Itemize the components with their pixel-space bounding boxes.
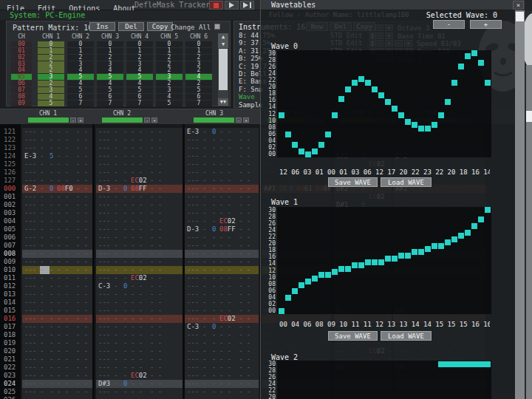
volume-minus-icon[interactable]: - [70, 117, 76, 123]
matrix-cell[interactable]: 7 [97, 100, 123, 106]
save-wave-button[interactable]: Save WAVE [328, 331, 378, 341]
matrix-cell[interactable]: 4 [97, 81, 123, 86]
matrix-cell[interactable]: 4 [97, 67, 123, 73]
pattern-cell[interactable]: ------ -- - [22, 372, 92, 380]
wave-point[interactable] [432, 243, 437, 249]
matrix-cell[interactable]: 6 [67, 94, 94, 100]
pattern-cell[interactable]: ------ -- - [96, 250, 183, 258]
scroll-up-icon[interactable]: ▲ [218, 33, 228, 41]
matrix-row[interactable]: 02222222 [7, 55, 218, 61]
pattern-cell[interactable]: -----EC02- - [96, 177, 183, 185]
scroll-down-icon[interactable]: ▼ [218, 41, 228, 48]
pattern-cell[interactable]: ------ -- - [22, 331, 92, 339]
pattern-cell[interactable]: ------ -- - [185, 144, 259, 152]
matrix-row[interactable]: 00000000 [7, 41, 218, 48]
wave-point[interactable] [299, 149, 304, 154]
wave-point-bar[interactable] [438, 361, 491, 367]
matrix-row[interactable]: 06244422 [7, 81, 218, 87]
pattern-cell[interactable]: ------ -- - [96, 233, 183, 242]
matrix-cell[interactable]: 2 [126, 55, 153, 61]
pattern-cell[interactable]: ------ -- - [185, 364, 259, 372]
pattern-cell[interactable]: ------ -- - [22, 323, 92, 331]
pattern-cell[interactable]: ------ -- - [96, 209, 183, 217]
pattern-cell[interactable]: ------ -- - [96, 152, 183, 160]
wave-point[interactable] [385, 99, 391, 105]
pattern-cell[interactable]: ------ -- - [185, 177, 259, 185]
matrix-cell[interactable]: 7 [67, 100, 94, 106]
stop-button[interactable] [209, 1, 223, 10]
pattern-cell[interactable]: ------ -- - [22, 250, 92, 258]
instrument-item[interactable]: F: Sna [239, 86, 263, 93]
matrix-cell[interactable]: 2 [185, 81, 212, 86]
pattern-cell[interactable]: ------ -- - [22, 355, 92, 364]
wave-point[interactable] [378, 259, 384, 265]
pattern-cell[interactable]: ------ -- - [22, 177, 92, 185]
pattern-cell[interactable]: D-3-008FF- - [96, 185, 183, 193]
wave-point[interactable] [325, 132, 331, 137]
pattern-cell[interactable]: ------ -- - [22, 201, 92, 209]
scroll-bottom-icon[interactable]: ▼▼ [218, 98, 228, 106]
wave-point[interactable] [318, 142, 324, 148]
pattern-cell[interactable]: ------ -- - [22, 128, 92, 136]
matrix-cell[interactable]: 1 [97, 48, 123, 54]
pattern-cell[interactable]: -----EC02- - [185, 315, 259, 323]
wave-point[interactable] [458, 233, 464, 239]
pattern-cell[interactable]: ------ -- - [96, 242, 183, 250]
pattern-cell[interactable]: D#3-0- -- - [96, 380, 183, 388]
pattern-cell[interactable]: C-3-0- -- - [185, 323, 259, 331]
matrix-cell[interactable]: 6 [97, 94, 123, 100]
wave-point[interactable] [352, 262, 358, 268]
matrix-cell[interactable]: 5 [126, 87, 153, 93]
matrix-row[interactable]: 05355534 [7, 74, 218, 81]
pattern-cell[interactable]: ------ -- - [22, 136, 92, 144]
pattern-cell[interactable]: ------ -- - [185, 193, 259, 201]
pattern-cell[interactable]: ------ -- - [96, 128, 183, 136]
wave-point[interactable] [418, 126, 424, 132]
matrix-cell[interactable]: 2 [38, 81, 64, 86]
wave-point[interactable] [292, 288, 298, 294]
pattern-cell[interactable]: ------ -- - [22, 193, 92, 201]
matrix-cell[interactable]: 3 [156, 87, 183, 93]
pattern-cell[interactable]: ------ -- - [22, 290, 92, 299]
pattern-cell[interactable]: G-2-008F0- - [22, 185, 92, 193]
matrix-cell[interactable]: 2 [67, 55, 94, 61]
matrix-cell[interactable]: 5 [67, 87, 94, 93]
matrix-cell[interactable]: 4 [67, 81, 94, 86]
matrix-cell[interactable]: 2 [156, 61, 183, 67]
matrix-cell[interactable]: 5 [67, 74, 94, 80]
wave-point[interactable] [285, 132, 291, 137]
wave-point[interactable] [485, 207, 491, 213]
pattern-cell[interactable]: ------ -- - [185, 396, 259, 399]
pattern-cell[interactable]: ------ -- - [96, 307, 183, 315]
matrix-cell[interactable]: 2 [185, 55, 212, 61]
matrix-cell[interactable]: 2 [97, 55, 123, 61]
pattern-cell[interactable]: ------ -- - [22, 160, 92, 168]
wave-point[interactable] [292, 142, 298, 148]
wave-point[interactable] [305, 279, 311, 284]
save-wave-button[interactable]: Save WAVE [328, 177, 378, 187]
matrix-cell[interactable]: 1 [126, 48, 153, 54]
matrix-cell[interactable]: 3 [38, 87, 64, 93]
wave-point[interactable] [425, 126, 431, 132]
wave-inc-button[interactable]: + [470, 20, 502, 29]
pattern-cell[interactable]: ------ -- - [185, 347, 259, 355]
pattern-cell[interactable]: ------ -- - [96, 266, 183, 274]
wave-point[interactable] [445, 99, 451, 105]
wave-point[interactable] [405, 119, 411, 125]
matrix-cell[interactable]: 5 [126, 74, 153, 80]
matrix-cell[interactable]: 5 [185, 87, 212, 93]
pattern-cell[interactable]: ------ -- - [22, 266, 92, 274]
channel-volume-bar[interactable] [194, 117, 234, 123]
load-wave-button[interactable]: Load WAVE [381, 177, 432, 187]
pattern-cell[interactable]: ------ -- - [185, 339, 259, 347]
matrix-cell[interactable]: 7 [185, 100, 212, 106]
wave-point[interactable] [279, 112, 284, 118]
pattern-cell[interactable]: ------ -- - [185, 380, 259, 388]
wave-point[interactable] [338, 96, 344, 102]
pattern-cell[interactable]: ------ -- - [22, 144, 92, 152]
matrix-cell[interactable]: 3 [185, 61, 212, 67]
pattern-cell[interactable]: ------ -- - [22, 315, 92, 323]
wave-point[interactable] [279, 308, 284, 314]
wave-point[interactable] [285, 295, 291, 301]
wave-point[interactable] [471, 50, 477, 56]
